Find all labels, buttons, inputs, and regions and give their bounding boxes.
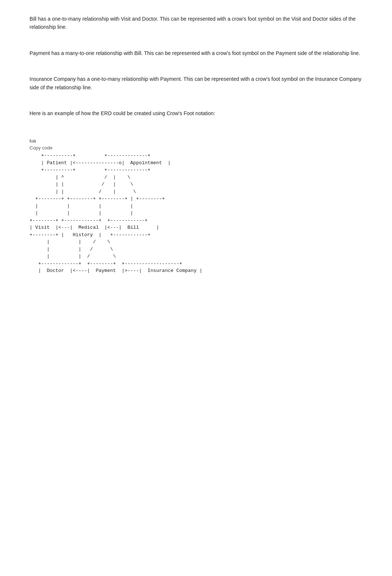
page-content: Bill has a one-to-many relationship with… bbox=[30, 15, 362, 275]
copy-code-label[interactable]: Copy code bbox=[30, 145, 362, 151]
paragraph-2: Payment has a many-to-one relationship w… bbox=[30, 49, 362, 57]
paragraph-4: Here is an example of how the ERD could … bbox=[30, 109, 362, 117]
erd-code-block: +----------+ +--------------+ | Patient … bbox=[30, 152, 362, 275]
paragraph-2-text: Payment has a many-to-one relationship w… bbox=[30, 50, 360, 56]
paragraph-4-text: Here is an example of how the ERD could … bbox=[30, 110, 215, 116]
paragraph-1-text: Bill has a one-to-many relationship with… bbox=[30, 16, 356, 30]
code-language-label: lua bbox=[30, 138, 362, 144]
paragraph-3-text: Insurance Company has a one-to-many rela… bbox=[30, 76, 361, 90]
paragraph-1: Bill has a one-to-many relationship with… bbox=[30, 15, 362, 31]
paragraph-3: Insurance Company has a one-to-many rela… bbox=[30, 75, 362, 92]
